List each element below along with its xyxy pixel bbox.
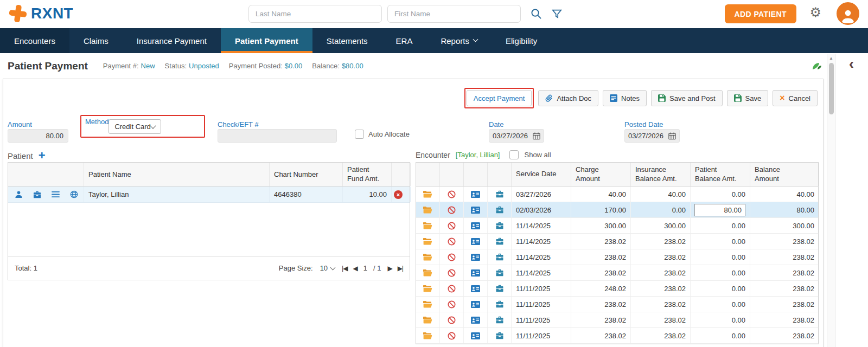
attach-doc-button[interactable]: Attach Doc [538,90,598,106]
patient-row[interactable]: Taylor, Lillian 4646380 10.00 × [8,187,410,203]
leaf-icon[interactable] [812,61,822,73]
insurance-briefcase-icon[interactable] [488,281,512,296]
patient-card-icon[interactable] [464,234,488,249]
insurance-briefcase-icon[interactable] [488,202,512,217]
no-entry-icon[interactable] [440,218,464,233]
save-and-post-button[interactable]: Save and Post [651,90,723,106]
nav-tab-insurance-payment[interactable]: Insurance Payment [123,28,221,53]
patient-balance-cell[interactable]: 80.00 [691,202,750,217]
nav-tab-patient-payment[interactable]: Patient Payment [221,28,312,53]
no-entry-icon[interactable] [440,297,464,312]
patient-balance-cell[interactable]: 0.00 [691,249,750,265]
patient-card-icon[interactable] [464,312,488,327]
remove-patient-icon[interactable]: × [394,190,403,199]
insurance-briefcase-icon[interactable] [488,328,512,343]
patient-balance-value[interactable]: 0.00 [732,237,745,246]
nav-tab-statements[interactable]: Statements [312,28,382,53]
add-patient-button[interactable]: ADD PATIENT [725,4,796,23]
accept-payment-button[interactable]: Accept Payment [467,90,532,106]
encounter-row[interactable]: 11/14/2025 300.00 300.00 0.00 300.00 [416,218,818,234]
collapse-panel-chevron-icon[interactable]: ‹ [849,55,854,73]
no-entry-icon[interactable] [440,234,464,249]
open-folder-icon[interactable] [416,312,440,327]
open-folder-icon[interactable] [416,328,440,343]
nav-tab-claims[interactable]: Claims [69,28,123,53]
insurance-briefcase-icon[interactable] [488,218,512,233]
open-folder-icon[interactable] [416,297,440,312]
nav-tab-eligibility[interactable]: Eligibility [492,28,551,53]
last-page-button[interactable]: ▶| [398,265,403,272]
check-eft-input[interactable] [218,129,337,143]
patient-balance-cell[interactable]: 0.00 [691,312,750,327]
encounter-row[interactable]: 11/14/2025 238.02 238.02 0.00 238.02 [416,265,818,281]
patient-card-icon[interactable] [464,202,488,217]
cancel-button[interactable]: × Cancel [773,90,818,106]
prev-page-button[interactable]: ◀ [353,265,357,272]
globe-icon[interactable] [70,190,78,198]
insurance-briefcase-icon[interactable] [488,312,512,327]
nav-tab-encounters[interactable]: Encounters [0,28,69,53]
patient-card-icon[interactable] [464,249,488,265]
no-entry-icon[interactable] [440,265,464,280]
rxnt-logo[interactable]: RXNT [9,4,73,23]
patient-balance-value[interactable]: 0.00 [732,222,745,230]
patient-balance-value[interactable]: 0.00 [732,285,745,293]
patient-balance-value[interactable]: 0.00 [732,316,745,324]
insurance-briefcase-icon[interactable] [488,249,512,265]
search-icon[interactable] [531,8,542,20]
scroll-up-arrow-icon[interactable]: ▲ [827,54,835,61]
no-entry-icon[interactable] [440,249,464,265]
briefcase-icon[interactable] [33,191,41,198]
person-icon[interactable] [15,190,23,198]
insurance-briefcase-icon[interactable] [488,187,512,202]
encounter-row[interactable]: 11/11/2025 238.02 238.02 0.00 238.02 [416,297,818,312]
nav-tab-reports[interactable]: Reports [426,28,492,53]
insurance-briefcase-icon[interactable] [488,297,512,312]
open-folder-icon[interactable] [416,218,440,233]
patient-card-icon[interactable] [464,297,488,312]
method-select[interactable]: Credit Card [108,119,161,134]
open-folder-icon[interactable] [416,234,440,249]
open-folder-icon[interactable] [416,265,440,280]
patient-balance-value[interactable]: 0.00 [732,300,745,309]
nav-tab-era[interactable]: ERA [382,28,427,53]
patient-balance-value[interactable]: 80.00 [694,204,745,216]
open-folder-icon[interactable] [416,249,440,265]
patient-balance-cell[interactable]: 0.00 [691,218,750,233]
encounter-row[interactable]: 02/03/2026 170.00 0.00 80.00 80.00 [416,202,818,218]
patient-balance-cell[interactable]: 0.00 [691,234,750,249]
no-entry-icon[interactable] [440,281,464,296]
patient-balance-value[interactable]: 0.00 [732,269,745,277]
next-page-button[interactable]: ▶ [387,265,392,272]
scrollbar-thumb[interactable] [829,63,834,114]
filter-icon[interactable] [552,9,562,19]
show-all-checkbox[interactable] [509,150,519,159]
encounter-row[interactable]: 11/14/2025 238.02 238.02 0.00 238.02 [416,249,818,265]
amount-input[interactable] [8,129,68,143]
patient-balance-cell[interactable]: 0.00 [691,265,750,280]
patient-card-icon[interactable] [464,281,488,296]
first-name-input[interactable] [387,5,521,23]
patient-balance-value[interactable]: 0.00 [732,190,745,198]
no-entry-icon[interactable] [440,312,464,327]
patient-balance-value[interactable]: 0.00 [732,332,745,340]
patient-card-icon[interactable] [464,187,488,202]
encounter-row[interactable]: 11/14/2025 238.02 238.02 0.00 238.02 [416,234,818,249]
calendar-icon[interactable] [668,132,676,140]
no-entry-icon[interactable] [440,202,464,217]
add-patient-row-button[interactable]: + [39,150,46,162]
auto-allocate-checkbox[interactable] [355,130,364,139]
encounter-row[interactable]: 11/11/2025 238.02 238.02 0.00 238.02 [416,312,818,328]
gear-icon[interactable]: ⚙ [809,6,821,19]
date-input[interactable]: 03/27/2026 [489,129,544,143]
patient-balance-cell[interactable]: 0.00 [691,297,750,312]
menu-lines-icon[interactable] [52,191,60,198]
insurance-briefcase-icon[interactable] [488,234,512,249]
encounter-row[interactable]: 03/27/2026 40.00 40.00 0.00 40.00 [416,187,818,202]
save-button[interactable]: Save [727,90,769,106]
encounter-row[interactable]: 11/11/2025 248.02 238.02 0.00 238.02 [416,281,818,297]
user-avatar[interactable] [837,2,859,25]
patient-balance-cell[interactable]: 0.00 [691,328,750,343]
posted-date-input[interactable]: 03/27/2026 [624,129,680,143]
patient-balance-cell[interactable]: 0.00 [691,187,750,202]
